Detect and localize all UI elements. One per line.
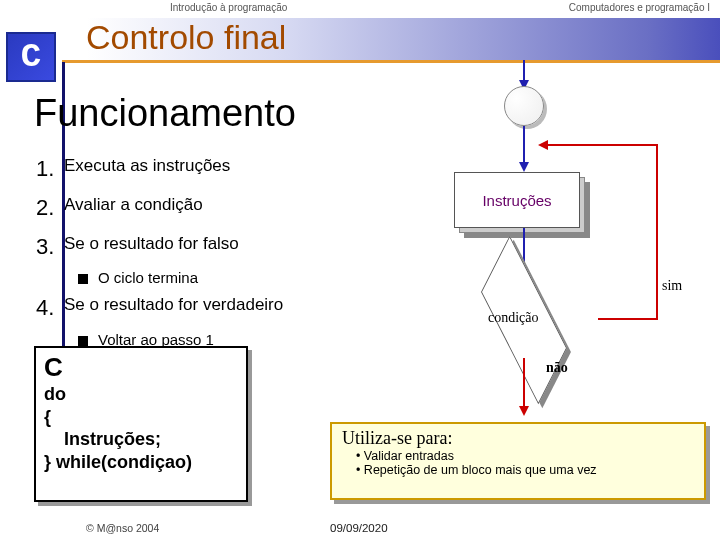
code-line-2: {	[44, 406, 238, 429]
header-band: Introdução à programação Computadores e …	[0, 0, 720, 18]
arrow-down-icon	[519, 406, 529, 416]
code-line-3: Instruções;	[64, 428, 238, 451]
steps-list: 1.Executa as instruções 2.Avaliar a cond…	[36, 150, 283, 351]
flow-line-red	[598, 318, 658, 320]
bullet-square-icon	[78, 336, 88, 346]
bullet-square-icon	[78, 274, 88, 284]
header-right: Computadores e programação I	[569, 2, 710, 16]
step-3a: O ciclo termina	[78, 266, 283, 289]
step-4: 4.Se o resultado for verdadeiro	[36, 289, 283, 328]
flow-line-red	[546, 144, 658, 146]
footer-date: 09/09/2020	[330, 522, 388, 534]
decision-label: condição	[488, 310, 539, 326]
slide-title: Controlo final	[86, 18, 286, 57]
process-box: Instruções	[454, 172, 580, 228]
logo-c: C	[6, 32, 56, 82]
yes-label: sim	[662, 278, 682, 294]
arrow-left-icon	[538, 140, 548, 150]
code-line-4: } while(condiçao)	[44, 451, 238, 474]
code-lang: C	[44, 352, 238, 383]
start-node	[504, 86, 544, 126]
use-box: Utiliza-se para: • Validar entradas • Re…	[330, 422, 706, 500]
step-2: 2.Avaliar a condição	[36, 189, 283, 228]
section-heading: Funcionamento	[34, 92, 296, 135]
use-bullet-2: • Repetição de um bloco mais que uma vez	[356, 463, 694, 477]
use-bullet-1: • Validar entradas	[356, 449, 694, 463]
no-label: não	[546, 360, 568, 376]
step-3: 3.Se o resultado for falso	[36, 228, 283, 267]
arrow-down-icon	[519, 162, 529, 172]
footer-copyright: © M@nso 2004	[86, 522, 159, 534]
flow-line-red	[656, 144, 658, 320]
code-line-1: do	[44, 383, 238, 406]
use-heading: Utiliza-se para:	[342, 428, 694, 449]
code-box: C do { Instruções; } while(condiçao)	[34, 346, 248, 502]
step-1: 1.Executa as instruções	[36, 150, 283, 189]
flow-line-red	[523, 358, 525, 412]
header-left: Introdução à programação	[170, 2, 287, 16]
